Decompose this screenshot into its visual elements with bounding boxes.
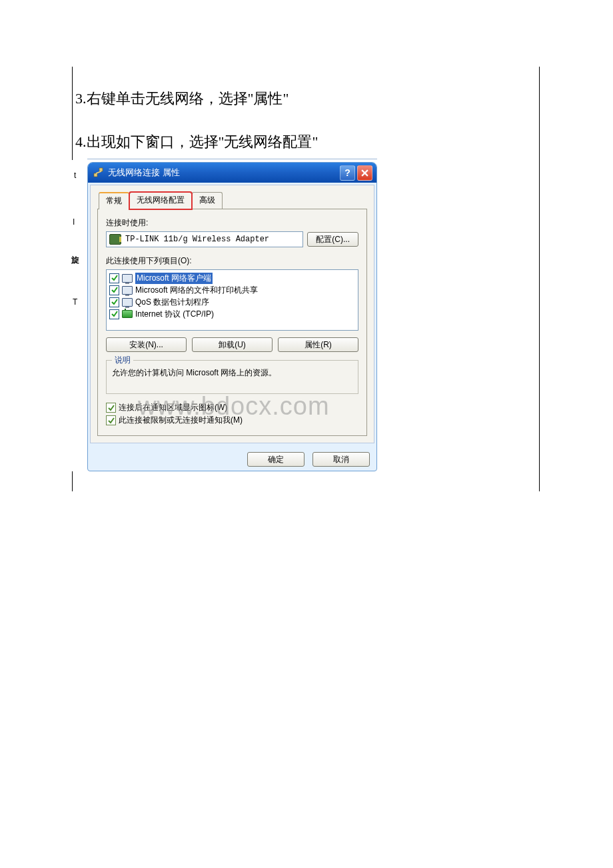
item-file-print[interactable]: Microsoft 网络的文件和打印机共享 bbox=[109, 284, 355, 296]
xp-dialog-screenshot: t I 旋 T 无线网络连接 属性 ? bbox=[71, 159, 377, 471]
show-icon-row[interactable]: 连接后在通知区域显示图标(W) bbox=[106, 402, 358, 413]
step-4-text: 4.出现如下窗口，选择"无线网络配置" bbox=[73, 130, 539, 153]
install-button[interactable]: 安装(N)... bbox=[106, 337, 187, 352]
tab-strip: 常规 无线网络配置 高级 bbox=[99, 192, 367, 209]
step-3-text: 3.右键单击无线网络，选择"属性" bbox=[73, 87, 539, 110]
dialog-body: 常规 无线网络配置 高级 连接时使用: TP-LINK 11b/g Wirele… bbox=[90, 185, 374, 443]
notify-label: 此连接被限制或无连接时通知我(M) bbox=[119, 415, 243, 426]
help-button[interactable]: ? bbox=[340, 165, 355, 181]
configure-button[interactable]: 配置(C)... bbox=[307, 232, 358, 247]
share-icon bbox=[122, 285, 133, 295]
fragment-rot: 旋 bbox=[71, 255, 79, 266]
fragment-t2: T bbox=[73, 297, 77, 307]
titlebar-text: 无线网络连接 属性 bbox=[108, 167, 338, 179]
items-list[interactable]: Microsoft 网络客户端 Microsoft 网络的文件和打印机共享 Qo bbox=[106, 269, 358, 331]
document-page: 3.右键单击无线网络，选择"属性" 4.出现如下窗口，选择"无线网络配置" t … bbox=[72, 67, 540, 491]
checkbox-icon[interactable] bbox=[106, 415, 116, 425]
tab-general[interactable]: 常规 bbox=[99, 192, 129, 209]
adapter-name: TP-LINK 11b/g Wireless Adapter bbox=[125, 235, 269, 244]
checkbox-icon[interactable] bbox=[109, 309, 119, 319]
tab-wireless-config[interactable]: 无线网络配置 bbox=[129, 192, 192, 209]
item-qos[interactable]: QoS 数据包计划程序 bbox=[109, 296, 355, 308]
protocol-icon bbox=[122, 309, 133, 319]
show-icon-label: 连接后在通知区域显示图标(W) bbox=[119, 402, 227, 413]
network-icon bbox=[93, 167, 104, 178]
client-icon bbox=[122, 273, 133, 283]
item-buttons: 安装(N)... 卸载(U) 属性(R) bbox=[106, 337, 358, 352]
item-label: Microsoft 网络客户端 bbox=[135, 273, 213, 284]
fragment-i: I bbox=[73, 217, 75, 227]
connect-using-label: 连接时使用: bbox=[106, 217, 358, 229]
items-label: 此连接使用下列项目(O): bbox=[106, 255, 358, 267]
close-button[interactable] bbox=[357, 165, 372, 181]
svg-rect-0 bbox=[94, 173, 97, 177]
tab-panel-general: 连接时使用: TP-LINK 11b/g Wireless Adapter 配置… bbox=[97, 209, 367, 436]
tab-advanced[interactable]: 高级 bbox=[192, 192, 223, 209]
dialog-window: 无线网络连接 属性 ? 常规 无线网络配置 高级 连接时使用: bbox=[87, 162, 377, 471]
cancel-button[interactable]: 取消 bbox=[312, 452, 370, 467]
properties-button[interactable]: 属性(R) bbox=[278, 337, 358, 352]
checkbox-icon[interactable] bbox=[109, 273, 119, 283]
checkbox-icon[interactable] bbox=[106, 403, 116, 413]
nic-icon bbox=[109, 234, 121, 245]
page-fragments: t I 旋 T bbox=[71, 160, 87, 471]
uninstall-button[interactable]: 卸载(U) bbox=[192, 337, 273, 352]
titlebar[interactable]: 无线网络连接 属性 ? bbox=[88, 163, 376, 183]
top-divider bbox=[87, 159, 377, 159]
screenshot-container: t I 旋 T 无线网络连接 属性 ? bbox=[73, 159, 539, 471]
item-tcpip[interactable]: Internet 协议 (TCP/IP) bbox=[109, 308, 355, 320]
qos-icon bbox=[122, 297, 133, 307]
item-label: Internet 协议 (TCP/IP) bbox=[135, 309, 214, 320]
adapter-field[interactable]: TP-LINK 11b/g Wireless Adapter bbox=[106, 231, 303, 247]
svg-rect-1 bbox=[99, 168, 103, 171]
checkbox-icon[interactable] bbox=[109, 297, 119, 307]
dialog-buttons: 确定 取消 bbox=[88, 445, 376, 471]
description-title: 说明 bbox=[112, 355, 133, 366]
item-label: Microsoft 网络的文件和打印机共享 bbox=[135, 285, 258, 296]
description-text: 允许您的计算机访问 Microsoft 网络上的资源。 bbox=[112, 367, 352, 379]
item-ms-client[interactable]: Microsoft 网络客户端 bbox=[109, 272, 355, 284]
fragment-t: t bbox=[74, 171, 76, 180]
ok-button[interactable]: 确定 bbox=[247, 452, 305, 467]
description-group: 说明 允许您的计算机访问 Microsoft 网络上的资源。 bbox=[106, 360, 358, 394]
item-label: QoS 数据包计划程序 bbox=[135, 297, 209, 308]
adapter-row: TP-LINK 11b/g Wireless Adapter 配置(C)... bbox=[106, 231, 358, 247]
notify-row[interactable]: 此连接被限制或无连接时通知我(M) bbox=[106, 415, 358, 426]
checkbox-icon[interactable] bbox=[109, 285, 119, 295]
